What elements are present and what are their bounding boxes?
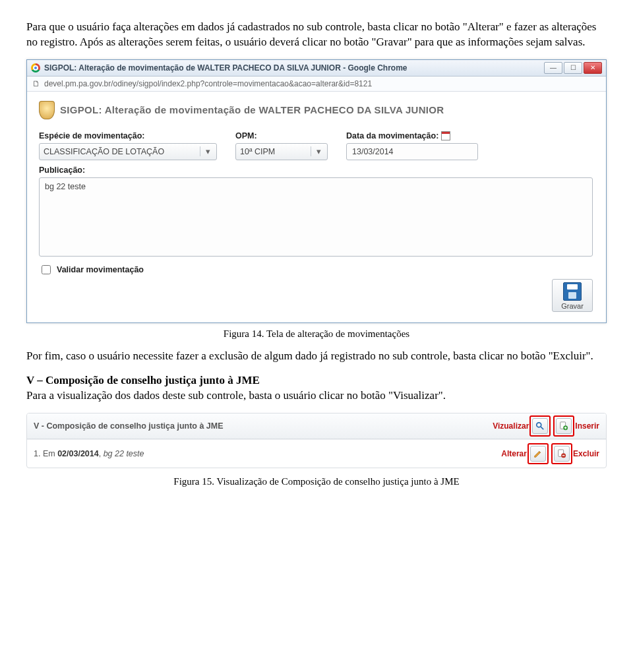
- label-opm: OPM:: [235, 131, 328, 140]
- subcontrol-header: V - Composição de conselho justiça junto…: [27, 413, 606, 439]
- titlebar: SIGPOL: Alteração de movimentação de WAL…: [27, 60, 606, 76]
- save-button[interactable]: Gravar: [552, 279, 593, 312]
- row-date: 02/03/2014: [57, 449, 99, 458]
- window-title: SIGPOL: Alteração de movimentação de WAL…: [44, 63, 544, 73]
- magnifier-icon: [535, 421, 545, 431]
- save-button-label: Gravar: [561, 302, 584, 310]
- checkbox-validar[interactable]: [42, 265, 51, 274]
- page-body: SIGPOL: Alteração de movimentação de WAL…: [27, 92, 606, 322]
- row-prefix: 1. Em: [34, 449, 57, 458]
- chrome-icon: [31, 63, 40, 73]
- minimize-button[interactable]: —: [544, 62, 562, 74]
- input-data-value: 13/03/2014: [352, 147, 394, 156]
- select-especie-value: CLASSIFICAÇÃO DE LOTAÇÃO: [44, 147, 164, 156]
- label-publicacao: Publicação:: [39, 166, 593, 175]
- select-opm[interactable]: 10ª CIPM ▾: [235, 143, 328, 160]
- figure-14-caption: Figura 14. Tela de alteração de moviment…: [26, 328, 607, 340]
- select-opm-value: 10ª CIPM: [240, 147, 275, 156]
- section-v: V – Composição de conselho justiça junto…: [26, 373, 607, 404]
- close-button[interactable]: ✕: [584, 62, 602, 74]
- row-sep: ,: [99, 449, 104, 458]
- chevron-down-icon: ▾: [200, 146, 212, 156]
- label-especie: Espécie de movimentação:: [39, 131, 217, 140]
- action-excluir: Excluir: [553, 445, 599, 462]
- textarea-publicacao[interactable]: [39, 177, 593, 257]
- pencil-icon: [533, 449, 543, 458]
- highlight-excluir: [553, 445, 570, 462]
- alterar-label: Alterar: [501, 449, 527, 458]
- group-publicacao: Publicação:: [39, 166, 593, 257]
- group-especie: Espécie de movimentação: CLASSIFICAÇÃO D…: [39, 131, 217, 160]
- address-bar: 🗋 devel.pm.pa.gov.br/odiney/sigpol/index…: [27, 76, 606, 92]
- highlight-visualizar: [531, 417, 549, 435]
- subcontrol-box: V - Composição de conselho justiça junto…: [26, 413, 607, 468]
- form-row-1: Espécie de movimentação: CLASSIFICAÇÃO D…: [39, 131, 593, 160]
- inserir-button[interactable]: [556, 418, 572, 434]
- shield-icon: [39, 101, 55, 119]
- highlight-alterar: [529, 445, 547, 462]
- row-desc: bg 22 teste: [104, 449, 144, 458]
- action-alterar: Alterar: [501, 445, 547, 462]
- save-row: Gravar: [39, 279, 593, 312]
- url-text[interactable]: devel.pm.pa.gov.br/odiney/sigpol/index2.…: [44, 79, 372, 88]
- label-validar: Validar movimentação: [57, 265, 144, 274]
- input-data[interactable]: 13/03/2014: [346, 143, 478, 160]
- paragraph-exclude: Por fim, caso o usuário necessite fazer …: [26, 349, 607, 364]
- action-visualizar: Vizualizar: [493, 417, 549, 435]
- floppy-icon: [563, 282, 582, 301]
- label-data: Data da movimentação:: [346, 131, 478, 140]
- page-header: SIGPOL: Alteração de movimentação de WAL…: [39, 101, 593, 119]
- alterar-button[interactable]: [530, 446, 546, 462]
- excluir-label: Excluir: [573, 449, 599, 458]
- page-title: SIGPOL: Alteração de movimentação de WAL…: [60, 104, 444, 115]
- window-buttons: — ☐ ✕: [544, 62, 602, 74]
- highlight-inserir: [555, 417, 572, 435]
- subcontrol-row-text: 1. Em 02/03/2014, bg 22 teste: [34, 449, 495, 458]
- validate-row: Validar movimentação: [39, 263, 593, 276]
- action-inserir: Inserir: [555, 417, 599, 435]
- section-v-title: V – Composição de conselho justiça junto…: [26, 374, 260, 386]
- select-especie[interactable]: CLASSIFICAÇÃO DE LOTAÇÃO ▾: [39, 143, 217, 160]
- svg-line-1: [541, 427, 543, 429]
- document-minus-icon: [557, 449, 566, 458]
- group-data: Data da movimentação: 13/03/2014: [346, 131, 478, 160]
- subcontrol-title: V - Composição de conselho justiça junto…: [34, 421, 486, 431]
- section-v-text: Para a visualização dos dados deste sub …: [26, 389, 446, 402]
- calendar-icon[interactable]: [441, 131, 450, 140]
- maximize-button[interactable]: ☐: [564, 62, 582, 74]
- svg-point-0: [537, 422, 541, 427]
- intro-paragraph-1: Para que o usuário faça alterações em da…: [26, 20, 607, 50]
- visualizar-button[interactable]: [532, 418, 548, 434]
- page-icon: 🗋: [32, 79, 40, 88]
- visualizar-label: Vizualizar: [493, 421, 529, 431]
- chrome-window: SIGPOL: Alteração de movimentação de WAL…: [26, 59, 607, 323]
- chevron-down-icon: ▾: [311, 146, 323, 156]
- inserir-label: Inserir: [575, 421, 599, 431]
- label-data-text: Data da movimentação:: [346, 131, 438, 140]
- excluir-button[interactable]: [554, 446, 570, 462]
- figure-15-caption: Figura 15. Visualização de Composição de…: [26, 476, 607, 487]
- document-plus-icon: [559, 421, 568, 431]
- subcontrol-row-1: 1. Em 02/03/2014, bg 22 teste Alterar Ex…: [27, 439, 606, 468]
- group-opm: OPM: 10ª CIPM ▾: [235, 131, 328, 160]
